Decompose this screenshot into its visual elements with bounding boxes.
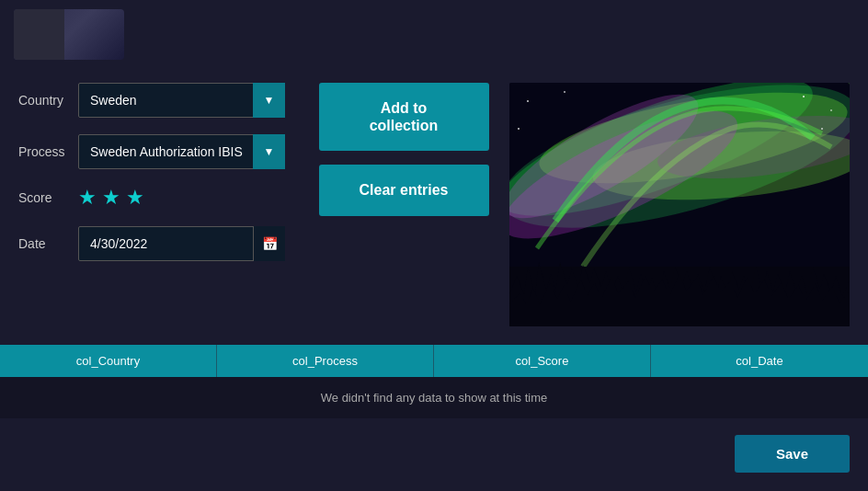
svg-point-12 [518,128,520,130]
country-select-wrapper: Sweden Norway Finland Denmark ▼ [78,83,285,118]
logo-area [14,9,124,60]
date-wrapper: 📅 [78,226,285,261]
country-select[interactable]: Sweden Norway Finland Denmark [78,83,285,118]
clear-entries-button[interactable]: Clear entries [319,165,489,215]
date-row: Date 📅 [18,226,298,261]
star-1[interactable]: ★ [78,186,97,210]
country-row: Country Sweden Norway Finland Denmark ▼ [18,83,298,118]
process-row: Process Sweden Authorization IBIS Norway… [18,134,298,169]
score-label: Score [18,190,69,205]
svg-point-13 [821,128,823,130]
process-select-wrapper: Sweden Authorization IBIS Norway Authori… [78,134,285,169]
aurora-image [509,83,850,326]
add-to-collection-button[interactable]: Add to collection [319,83,489,151]
col-process-header: col_Process [217,345,434,377]
country-label: Country [18,93,69,108]
score-row: Score ★ ★ ★ [18,186,298,210]
main-content: Country Sweden Norway Finland Denmark ▼ … [0,69,868,340]
table-empty-message: We didn't find any data to show at this … [0,377,868,418]
buttons-section: Add to collection Clear entries [316,83,491,326]
svg-point-8 [527,100,529,102]
date-label: Date [18,236,69,251]
svg-point-11 [830,109,832,111]
form-section: Country Sweden Norway Finland Denmark ▼ … [18,83,298,326]
col-country-header: col_Country [0,345,217,377]
svg-point-10 [803,96,805,97]
save-button-container: Save [735,435,850,473]
col-score-header: col_Score [434,345,651,377]
table-section: col_Country col_Process col_Score col_Da… [0,345,868,418]
stars-container: ★ ★ ★ [78,186,144,210]
star-3[interactable]: ★ [126,186,144,210]
process-label: Process [18,144,69,159]
save-button[interactable]: Save [735,435,850,473]
svg-point-9 [564,91,565,93]
logo [14,9,124,60]
process-select[interactable]: Sweden Authorization IBIS Norway Authori… [78,134,285,169]
image-section [509,83,850,326]
header [0,0,868,69]
star-2[interactable]: ★ [102,186,120,210]
col-date-header: col_Date [651,345,868,377]
table-header: col_Country col_Process col_Score col_Da… [0,345,868,377]
calendar-icon[interactable]: 📅 [253,226,285,261]
